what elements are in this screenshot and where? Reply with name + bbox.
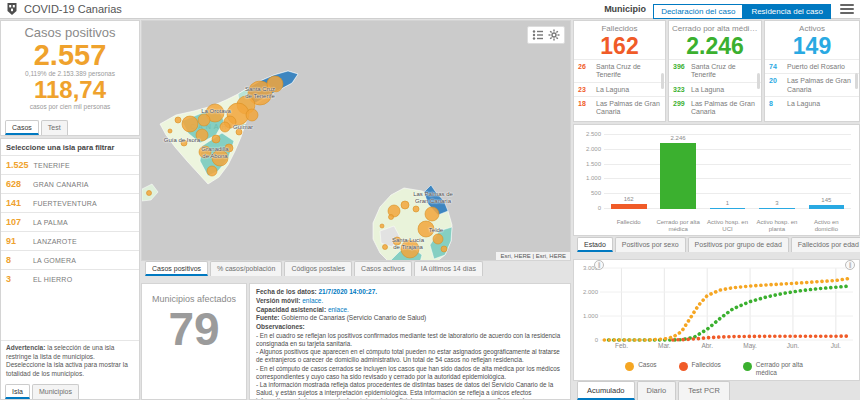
map-label-santa-cruz-de-tenerife: Santa Cruzde Tenerife: [245, 86, 275, 99]
case-bubble[interactable]: [380, 224, 384, 228]
island-count: 141: [6, 198, 28, 208]
island-row-la-palma[interactable]: 107LA PALMA: [1, 212, 139, 231]
bar-value-label: 145: [802, 197, 851, 203]
case-bubble[interactable]: [413, 206, 419, 212]
tab-positivos-por-grupo-de-edad[interactable]: Positivos por grupo de edad: [688, 237, 789, 252]
time-range-handle-left[interactable]: ∥: [594, 260, 604, 270]
cases-test-tabs: CasosTest: [1, 120, 68, 135]
case-bubble[interactable]: [425, 207, 439, 221]
case-bubble[interactable]: [220, 122, 230, 132]
list-scrollbar[interactable]: [757, 73, 760, 89]
bar-activo-hosp-en-uci[interactable]: 1: [703, 135, 752, 209]
stat-row-value: 23: [578, 86, 592, 94]
bar-activo-hosp-en-planta[interactable]: 3: [752, 135, 801, 209]
tab-test[interactable]: Test: [41, 120, 68, 135]
tab-isla[interactable]: Isla: [5, 384, 30, 399]
island-row-gran-canaria[interactable]: 628GRAN CANARIA: [1, 174, 139, 193]
island-count: 3: [6, 274, 28, 284]
bar-cerrado-por-alta-m-dica[interactable]: 2.246: [653, 135, 702, 209]
case-bubble[interactable]: [207, 166, 217, 176]
tab-test-pcr[interactable]: Test PCR: [678, 381, 730, 400]
time-range-handle-right[interactable]: ∥: [845, 260, 855, 270]
cases-per-100k: 118,74: [1, 77, 139, 102]
bar-ytick: 1.500: [586, 161, 601, 167]
observation-bullet: - La información mostrada refleja datos …: [256, 381, 564, 400]
stat-card-cerrado-por-alta-m-dic: Cerrado por alta médic...2.246396Santa C…: [668, 20, 762, 122]
case-bubble[interactable]: [182, 116, 198, 132]
legend-casos[interactable]: Casos: [625, 361, 656, 376]
legend-label: Cerrado por alta médica: [756, 361, 808, 376]
case-bubble[interactable]: [175, 117, 181, 123]
case-bubble[interactable]: [433, 234, 443, 244]
island-name: EL HIERRO: [33, 276, 72, 283]
stat-row-name: La Laguna: [691, 86, 724, 94]
stat-row-value: 323: [673, 86, 687, 94]
bar-value-label: 3: [752, 200, 801, 206]
stat-row-la-laguna: 23La Laguna: [574, 82, 665, 96]
bar-chart-plot: 05001.0001.5002.0002.500 1622.24613145: [604, 135, 851, 209]
bar-fallecido[interactable]: 162: [604, 135, 653, 209]
island-filter-card: Seleccione una isla para filtrar 1.525TE…: [0, 138, 140, 400]
case-bubble[interactable]: [441, 246, 447, 252]
case-bubble[interactable]: [389, 215, 394, 220]
list-scrollbar[interactable]: [855, 73, 858, 89]
case-bubble[interactable]: [168, 129, 172, 133]
stat-row-name: La Laguna: [596, 86, 629, 94]
map-controls: [527, 26, 565, 44]
line-chart-plot: [600, 268, 853, 340]
island-row-fuerteventura[interactable]: 141FUERTEVENTURA: [1, 193, 139, 212]
tab-municipios[interactable]: Municipios: [32, 384, 79, 399]
legend-cerrado-por-alta-m-dica[interactable]: Cerrado por alta médica: [743, 361, 808, 376]
bar-ytick: 2.500: [586, 131, 601, 137]
line-xtick: May.: [743, 342, 757, 349]
tab-c-digos-postales[interactable]: Códigos postales: [284, 261, 352, 276]
gear-icon[interactable]: [548, 29, 560, 41]
island-row-el-hierro[interactable]: 3EL HIERRO: [1, 269, 139, 288]
case-bubble[interactable]: [212, 135, 220, 143]
tab-ia-ltimos-14-d-as[interactable]: IA últimos 14 días: [414, 261, 483, 276]
link-versi-n-m-vil[interactable]: enlace.: [302, 297, 323, 304]
hamburger-menu-icon[interactable]: [840, 3, 854, 15]
legend-dot-icon: [743, 362, 752, 371]
island-row-la-gomera[interactable]: 8LA GOMERA: [1, 250, 139, 269]
link-capacidad-asistencial[interactable]: enlace.: [328, 306, 349, 313]
case-bubble[interactable]: [246, 109, 258, 121]
tab-casos-poblaci-n[interactable]: % casos/población: [210, 261, 282, 276]
stat-row-value: 396: [673, 63, 687, 79]
estado-bar-chart-panel: 05001.0001.5002.0002.500 1622.24613145 F…: [573, 124, 860, 236]
island-name: GRAN CANARIA: [33, 181, 89, 188]
island-row-lanzarote[interactable]: 91LANZAROTE: [1, 231, 139, 250]
tab-casos-positivos[interactable]: Casos positivos: [145, 261, 208, 276]
legend-label: Casos: [638, 361, 656, 368]
stat-row-la-laguna: 8La Laguna: [765, 96, 859, 110]
residencia-del-caso-button[interactable]: Residencia del caso: [743, 4, 831, 19]
stat-row-santa-cruz-de-tenerife: 26Santa Cruz de Tenerife: [574, 59, 665, 81]
legend-fallecidos[interactable]: Fallecidos: [679, 361, 721, 376]
stat-row-name: Las Palmas de Gran Canaria: [787, 77, 855, 93]
bar-activo-en-domicilio[interactable]: 145: [802, 135, 851, 209]
tab-fallecidos-por-edad-y-sexo[interactable]: Fallecidos por edad y sexo: [791, 237, 860, 252]
bar-value-label: 1: [703, 200, 752, 206]
tab-estado[interactable]: Estado: [577, 237, 613, 252]
list-scrollbar[interactable]: [661, 73, 664, 89]
municipio-label: Municipio: [604, 4, 646, 14]
declaraci-n-del-caso-button[interactable]: Declaración del caso: [653, 4, 743, 19]
stat-row-value: 299: [673, 100, 687, 116]
tab-acumulado[interactable]: Acumulado: [577, 381, 635, 400]
island-row-tenerife[interactable]: 1.525TENERIFE: [1, 155, 139, 174]
line-xtick: Jul.: [831, 342, 841, 349]
bar-ytick: 500: [591, 190, 601, 196]
stat-row-la-laguna: 323La Laguna: [669, 82, 761, 96]
legend-icon[interactable]: [532, 29, 544, 41]
note-value: 21/7/2020 14:00:27.: [319, 288, 378, 295]
case-bubble[interactable]: [147, 191, 152, 196]
map-canvas[interactable]: CANARIAS: [142, 21, 571, 261]
tab-diario[interactable]: Diario: [637, 381, 677, 400]
case-bubble[interactable]: [401, 201, 409, 209]
tab-positivos-por-sexo[interactable]: Positivos por sexo: [615, 237, 686, 252]
tab-casos[interactable]: Casos: [5, 120, 39, 135]
case-bubble[interactable]: [383, 245, 388, 250]
map[interactable]: CANARIAS Santa Cruzde TenerifeLa Orotava…: [141, 20, 571, 261]
tab-casos-activos[interactable]: Casos activos: [354, 261, 412, 276]
case-bubble[interactable]: [198, 114, 210, 126]
